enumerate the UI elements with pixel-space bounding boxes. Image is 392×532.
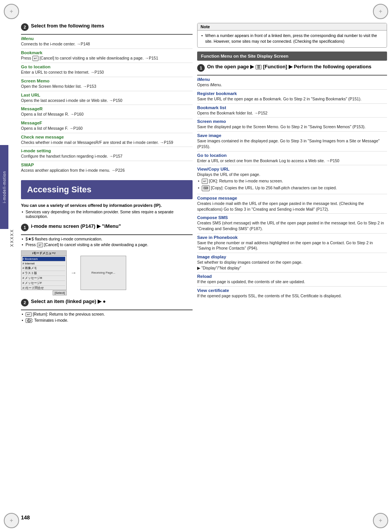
list-item: Bookmark Press ↩ [Cancel] to cancel visi… — [21, 48, 193, 63]
list-item: Image display Set whether to display ima… — [197, 253, 387, 272]
phone-screen-container: iモードメニュー/ # Bookmark # Internet # 画像メモ #… — [21, 250, 193, 295]
right-step1: 1 On the open page ▶ ☰ [Function] ▶ Perf… — [197, 64, 387, 72]
list-item: iMenu Opens iMenu. — [197, 75, 387, 89]
phone-menu-item: # 画像メモ — [22, 266, 65, 271]
item-body: Opens a list of Message F. →P160 — [21, 126, 193, 131]
item-title: MessageF — [21, 121, 193, 125]
item-title: Last URL — [21, 93, 193, 97]
step1-header: 2 Select from the following items — [21, 23, 193, 31]
phone-menu-item: # Internet — [22, 261, 65, 266]
view-certificate-body: If the opened page supports SSL, the con… — [197, 293, 387, 299]
list-item: MessageR Opens a list of Message R. →P16… — [21, 105, 193, 119]
key-icon: ⌨ — [202, 185, 210, 191]
right-section-items: iMenu Opens iMenu. Register bookmark Sav… — [197, 75, 387, 300]
list-item: Check new message Checks whether i-mode … — [21, 133, 193, 147]
bullet-item: ⏻: Terminates i-mode. — [26, 318, 193, 323]
bullet-item: Services vary depending on the informati… — [26, 210, 193, 219]
item-title: Register bookmark — [197, 91, 387, 96]
right-column: Note When a number appears in front of a… — [197, 23, 387, 324]
divider — [21, 234, 193, 235]
item-body: Opens the last accessed i-mode site or W… — [21, 98, 193, 103]
select-button[interactable]: [Select] — [53, 290, 67, 295]
list-item: Register bookmark Save the URL of the op… — [197, 89, 387, 103]
sub-step1-header: 1 i-mode menu screen (P147) ▶ "iMenu" — [21, 223, 193, 231]
list-item: Compose message Creates i-mode mail with… — [197, 194, 387, 213]
item-body: Creates SMS (short message) with the URL… — [197, 220, 387, 231]
phone-menu-item: # Bookmark — [22, 257, 65, 261]
item-sub-body: ↩ [OK]: Returns to the i-mode menu scree… — [197, 178, 387, 191]
list-item: MessageF Opens a list of Message F. →P16… — [21, 119, 193, 133]
key-icon: ↩ — [37, 243, 43, 247]
receiving-text: Receiving Page... — [92, 271, 116, 274]
bullet-item: Press ↩ [Cancel] to cancel visiting a si… — [26, 242, 193, 247]
function-menu-header: Function Menu on the Site Display Screen — [197, 52, 387, 61]
divider — [21, 310, 193, 310]
item-title: MessageR — [21, 106, 193, 111]
bullet-item: ↩ [Return]: Returns to the previous scre… — [26, 312, 193, 317]
item-body: Opens iMenu. — [197, 82, 387, 88]
list-item: Compose SMS Creates SMS (short message) … — [197, 213, 387, 233]
item-title: iMenu — [21, 36, 193, 41]
corner-decoration-br — [373, 513, 388, 528]
phone-screen: # Bookmark # Internet # 画像メモ # ラスト版 # メッ… — [21, 256, 67, 290]
note-header: Note — [198, 23, 387, 31]
item-title: Bookmark list — [197, 105, 387, 110]
item-body: Opens a list of Message R. →P160 — [21, 111, 193, 117]
item-body: Save the URL of the open page as a Bookm… — [197, 96, 387, 102]
corner-decoration-bl — [4, 513, 19, 528]
item-title: Save image — [197, 133, 387, 138]
sub-step2-circle: 2 — [21, 299, 29, 306]
item-title: i-mode setting — [21, 148, 193, 153]
step1-title: Select from the following items — [31, 23, 104, 29]
item-body: Set whether to display images contained … — [197, 260, 387, 265]
sub-step2-header: 2 Select an item (linked page) ▶ ● — [21, 298, 193, 306]
list-item: SWAP Access another application from the… — [21, 161, 193, 175]
item-body: Save the phone number or mail address hi… — [197, 240, 387, 251]
item-body: Access another application from the i-mo… — [21, 168, 193, 173]
item-title: Screen Memo — [21, 79, 193, 83]
list-item: Save in Phonebook Save the phone number … — [197, 233, 387, 253]
item-title: Go to location — [21, 64, 193, 69]
item-body: Enter a URL or select one from the Bookm… — [197, 158, 387, 164]
list-item: View certificate If the opened page supp… — [197, 286, 387, 300]
item-title: Go to location — [197, 153, 387, 158]
item-title: Reload — [197, 274, 387, 279]
list-item: Save image Save images contained in the … — [197, 131, 387, 151]
view-certificate-title: View certificate — [197, 288, 387, 293]
xxxxx-label: XXXXX — [10, 229, 14, 247]
key-icon: ☰ — [255, 65, 262, 69]
list-item: Go to location Enter a URL or select one… — [197, 151, 387, 165]
item-body: Press ↩ [Cancel] to cancel visiting a si… — [21, 55, 193, 61]
bullet-item: ⌨ [Copy]: Copies the URL. Up to 256 half… — [202, 185, 387, 191]
item-title: SWAP — [21, 163, 193, 167]
item-body: Save the displayed page to the Screen Me… — [197, 124, 387, 130]
list-item: Screen memo Save the displayed page to t… — [197, 117, 387, 131]
item-body: Save images contained in the displayed p… — [197, 138, 387, 149]
item-title: Screen memo — [197, 119, 387, 124]
phone-menu-item: # ラスト版 — [22, 271, 65, 276]
main-content: 2 Select from the following items iMenu … — [21, 23, 387, 324]
sub-step1: 1 i-mode menu screen (P147) ▶ "iMenu" $★… — [21, 223, 193, 247]
bullet-item: ↩ [OK]: Returns to the i-mode menu scree… — [202, 178, 387, 184]
list-item: View/Copy URL Displays the URL of the op… — [197, 165, 387, 194]
right-step1-circle: 1 — [197, 64, 205, 72]
sub-step2: 2 Select an item (linked page) ▶ ● ↩ [Re… — [21, 298, 193, 323]
intro-bold: You can use a variety of services offere… — [21, 203, 193, 208]
list-item: iMenu Connects to the i-mode center. →P1… — [21, 34, 193, 48]
key-icon: ↩ — [32, 56, 39, 61]
item-title: Bookmark — [21, 50, 193, 55]
step1-circle: 2 — [21, 23, 29, 31]
item-title: Save in Phonebook — [197, 235, 387, 240]
item-body: Displays the URL of the open page. — [197, 172, 387, 177]
key-icon: ⏻ — [26, 318, 32, 323]
phone-menu-item: # メッセージR — [22, 276, 65, 281]
side-tab-text: i-mode/i-motion — [2, 171, 6, 203]
list-item: Screen Memo Open the Screen Memo folder … — [21, 77, 193, 91]
right-step1-header: 1 On the open page ▶ ☰ [Function] ▶ Perf… — [197, 64, 387, 72]
item-sub-body: ▶ "Display"/"Not display" — [197, 265, 387, 271]
item-body: Open the Screen Memo folder list. →P153 — [21, 84, 193, 89]
item-title: Check new message — [21, 135, 193, 139]
corner-decoration-tl — [4, 4, 19, 19]
item-title: Compose message — [197, 196, 387, 200]
side-tab: i-mode/i-motion — [0, 145, 8, 229]
